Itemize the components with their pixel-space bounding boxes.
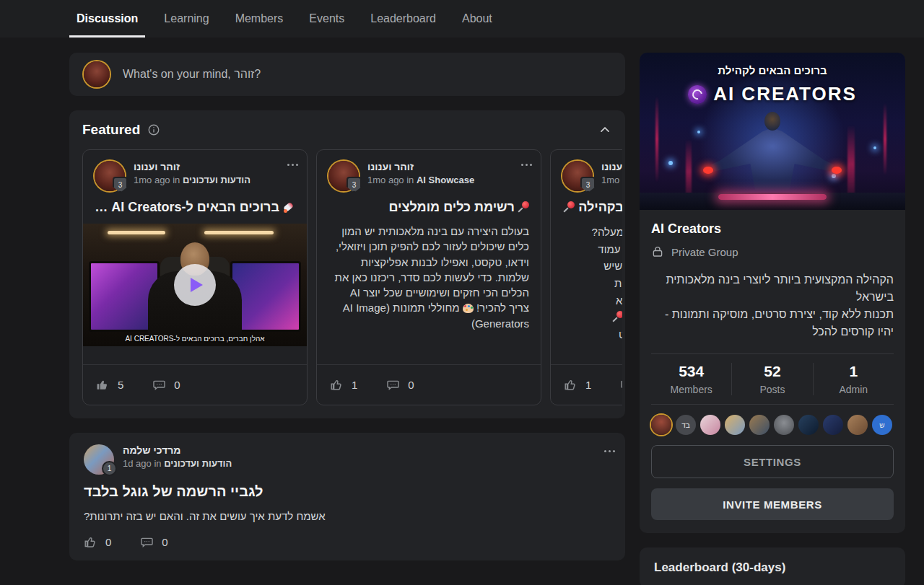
stat-label: Admin bbox=[814, 384, 894, 395]
member-avatar[interactable] bbox=[700, 415, 720, 435]
play-icon bbox=[191, 278, 203, 292]
post-category[interactable]: AI Showcase bbox=[417, 175, 474, 185]
lock-icon bbox=[651, 245, 664, 258]
cover-brand-text: AI CREATORS bbox=[713, 83, 857, 105]
community-nav-bar: Discussion Learning Members Events Leade… bbox=[0, 0, 924, 38]
author-name[interactable]: זוהר וענונו bbox=[134, 161, 250, 172]
stat-label: Members bbox=[651, 384, 731, 395]
description-line: הקהילה המקצועית ביותר ליוצרי בינה מלאכות… bbox=[651, 271, 894, 306]
tab-about[interactable]: About bbox=[455, 0, 500, 38]
current-user-avatar[interactable] bbox=[84, 61, 110, 87]
post-title[interactable]: לגביי הרשמה של גוגל בלבד bbox=[84, 483, 611, 500]
tab-learning[interactable]: Learning bbox=[157, 0, 216, 38]
member-avatar[interactable]: בד bbox=[676, 415, 696, 435]
invite-members-button[interactable]: INVITE MEMBERS bbox=[651, 488, 894, 520]
like-button[interactable]: 0 bbox=[84, 535, 111, 549]
stat-admins[interactable]: 1 Admin bbox=[813, 363, 894, 395]
member-avatar[interactable]: ש bbox=[872, 415, 892, 435]
member-avatar[interactable] bbox=[823, 415, 843, 435]
leaderboard-title: Leaderboard (30-days) bbox=[654, 560, 891, 575]
post-category[interactable]: הודעות ועדכונים bbox=[164, 458, 232, 469]
comment-icon bbox=[140, 535, 154, 549]
member-avatar[interactable] bbox=[749, 415, 770, 435]
like-button[interactable]: 1 bbox=[330, 378, 357, 392]
featured-post-tools[interactable]: 3 זוהר וענונו 1mo ago in AI Showcase רשי… bbox=[316, 149, 541, 405]
comment-button[interactable]: 0 bbox=[152, 378, 180, 392]
stat-members[interactable]: 534 Members bbox=[651, 363, 731, 395]
video-caption: אהלן חברים, ברוכים הבאים ל-AI CREATORS bbox=[83, 335, 307, 343]
member-avatar[interactable] bbox=[847, 415, 868, 435]
post-title[interactable]: ברוכים הבאים ל-AI Creators - קהילת היוצר… bbox=[83, 191, 307, 222]
studio-light bbox=[204, 231, 274, 234]
body-line: בכל קטגוריה תוכלו לקבל תשובות bbox=[562, 275, 622, 292]
group-stats: 534 Members 52 Posts 1 Admin bbox=[651, 353, 894, 405]
info-icon[interactable] bbox=[147, 123, 160, 136]
stat-label: Posts bbox=[732, 384, 812, 395]
post-composer[interactable]: What's on your mind, זוהר? bbox=[69, 53, 625, 96]
tab-events[interactable]: Events bbox=[302, 0, 352, 38]
page-content: What's on your mind, זוהר? Featured bbox=[0, 38, 924, 585]
body-line: אפשר לנווט בקלות דרך התפריט bbox=[562, 326, 622, 343]
collapse-chevron-up-icon[interactable] bbox=[598, 123, 612, 137]
featured-post-welcome[interactable]: 3 זוהר וענונו 1mo ago in הודעות ועדכונים… bbox=[82, 149, 308, 405]
body-line: הדרך המהירה והטובה ביותר היא bbox=[562, 292, 622, 309]
comment-button[interactable]: 0 bbox=[386, 378, 414, 392]
author-name[interactable]: זוהר וענונו bbox=[601, 161, 622, 172]
post-category[interactable]: הודעות ועדכונים bbox=[183, 175, 250, 185]
featured-post-community-guide[interactable]: 3 זוהר וענונו 1mo ago in הודעות ועדכונים… bbox=[550, 149, 622, 405]
settings-button[interactable]: SETTINGS bbox=[651, 445, 894, 478]
member-avatar[interactable] bbox=[798, 415, 819, 435]
privacy-label: Private Group bbox=[671, 246, 738, 258]
post-time: 1mo ago bbox=[601, 175, 622, 185]
tab-members[interactable]: Members bbox=[228, 0, 291, 38]
body-line: כדי לא לפספס עדכונים ניתן bbox=[562, 309, 622, 326]
more-options-icon[interactable] bbox=[607, 447, 612, 455]
play-button[interactable] bbox=[174, 264, 216, 306]
comment-button[interactable]: 0 bbox=[620, 378, 622, 392]
member-avatar[interactable] bbox=[774, 415, 794, 435]
post-body: אשמח לדעת איך עושים את זה. והאם יש בזה י… bbox=[84, 510, 611, 522]
video-thumbnail[interactable]: אהלן חברים, ברוכים הבאים ל-AI CREATORS bbox=[83, 224, 307, 346]
thumbs-up-icon bbox=[96, 378, 110, 392]
tab-discussion[interactable]: Discussion bbox=[69, 0, 145, 38]
group-name: AI Creators bbox=[651, 221, 894, 237]
stat-value: 1 bbox=[814, 363, 894, 380]
post-title[interactable]: חשוב! כך מתנהלים נכון בקהילה bbox=[551, 191, 622, 222]
group-info-card: ברוכים הבאים לקהילת AI CREATORS AI Creat… bbox=[640, 53, 905, 533]
like-count: 1 bbox=[352, 379, 357, 391]
featured-section: Featured 3 זוהר bbox=[69, 110, 625, 418]
palette-emoji bbox=[463, 304, 474, 313]
comment-count: 0 bbox=[408, 379, 414, 391]
member-avatar[interactable] bbox=[651, 415, 671, 435]
feed-post[interactable]: 1 מרדכי שלמה 1d ago in הודעות ועדכונים ל… bbox=[69, 433, 625, 560]
in-label: in bbox=[406, 175, 414, 185]
more-options-icon[interactable] bbox=[524, 161, 529, 169]
composer-prompt[interactable]: What's on your mind, זוהר? bbox=[123, 68, 261, 81]
author-name[interactable]: זוהר וענונו bbox=[367, 161, 474, 172]
like-count: 1 bbox=[585, 379, 591, 391]
author-name[interactable]: מרדכי שלמה bbox=[123, 444, 232, 456]
pin-emoji bbox=[613, 311, 622, 322]
comment-button[interactable]: 0 bbox=[140, 535, 167, 549]
glowing-keyboard bbox=[718, 194, 827, 200]
in-label: in bbox=[173, 175, 180, 185]
member-avatars: בדש bbox=[651, 415, 894, 435]
like-button[interactable]: 1 bbox=[564, 378, 591, 392]
description-line: תכנות ללא קוד, יצירת סרטים, מוסיקה ותמונ… bbox=[651, 306, 894, 340]
studio-light bbox=[108, 231, 165, 234]
brain-icon bbox=[688, 85, 707, 104]
sidebar: ברוכים הבאים לקהילת AI CREATORS AI Creat… bbox=[640, 53, 905, 585]
post-title[interactable]: רשימת כלים מומלצים bbox=[317, 191, 541, 222]
stat-posts[interactable]: 52 Posts bbox=[731, 363, 812, 395]
group-description: הקהילה המקצועית ביותר ליוצרי בינה מלאכות… bbox=[651, 271, 894, 340]
comment-count: 0 bbox=[174, 379, 180, 391]
tab-leaderboard[interactable]: Leaderboard bbox=[363, 0, 443, 38]
cover-welcome-text: ברוכים הבאים לקהילת bbox=[640, 64, 905, 76]
more-options-icon[interactable] bbox=[290, 161, 295, 169]
member-avatar[interactable] bbox=[725, 415, 745, 435]
like-button[interactable]: 5 bbox=[96, 378, 123, 392]
post-time: 1mo ago bbox=[367, 175, 404, 185]
featured-title: Featured bbox=[82, 122, 140, 138]
like-count: 5 bbox=[118, 379, 123, 391]
group-cover-image: ברוכים הבאים לקהילת AI CREATORS bbox=[640, 53, 905, 210]
